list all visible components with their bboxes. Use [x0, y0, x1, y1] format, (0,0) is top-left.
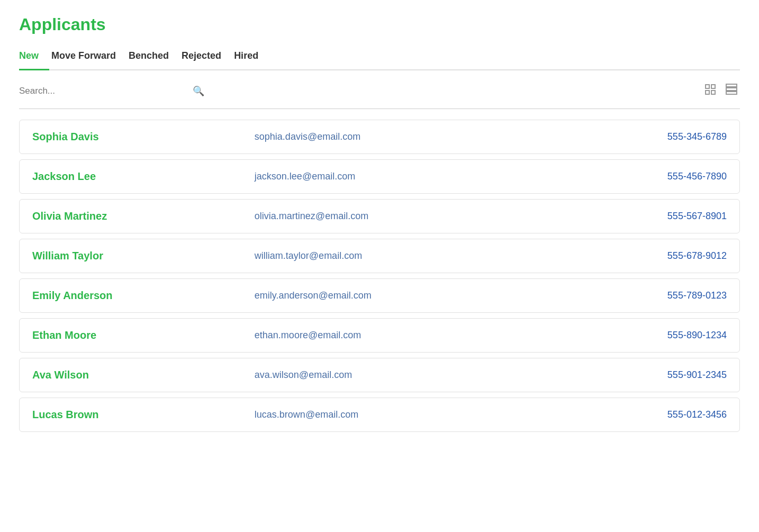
applicant-phone: 555-678-9012 — [518, 250, 727, 262]
svg-rect-4 — [726, 84, 737, 87]
tab-new[interactable]: New — [19, 45, 49, 70]
applicant-phone: 555-901-2345 — [518, 369, 727, 381]
tab-hired[interactable]: Hired — [232, 45, 269, 70]
tab-bar: New Move Forward Benched Rejected Hired — [19, 45, 740, 70]
main-container: Applicants New Move Forward Benched Reje… — [0, 0, 759, 532]
applicant-name: William Taylor — [32, 250, 255, 262]
applicant-row[interactable]: Olivia Martinezolivia.martinez@email.com… — [19, 199, 740, 233]
search-input[interactable] — [19, 86, 188, 96]
svg-rect-2 — [706, 91, 709, 94]
applicant-email: lucas.brown@email.com — [255, 409, 519, 420]
applicant-phone: 555-345-6789 — [518, 131, 727, 142]
applicant-list: Sophia Davissophia.davis@email.com555-34… — [19, 120, 740, 437]
list-view-icon[interactable] — [702, 82, 719, 100]
svg-rect-0 — [706, 85, 709, 88]
applicant-row[interactable]: Ava Wilsonava.wilson@email.com555-901-23… — [19, 358, 740, 392]
applicant-phone: 555-789-0123 — [518, 290, 727, 301]
grid-view-icon[interactable] — [723, 82, 740, 100]
svg-rect-5 — [726, 88, 737, 91]
applicant-name: Sophia Davis — [32, 131, 255, 143]
applicant-email: ethan.moore@email.com — [255, 330, 519, 341]
applicant-name: Ethan Moore — [32, 329, 255, 341]
search-icon: 🔍 — [193, 85, 204, 97]
applicant-row[interactable]: Emily Andersonemily.anderson@email.com55… — [19, 278, 740, 313]
applicant-phone: 555-456-7890 — [518, 171, 727, 182]
page-title: Applicants — [19, 15, 740, 34]
applicant-row[interactable]: Lucas Brownlucas.brown@email.com555-012-… — [19, 398, 740, 432]
applicant-row[interactable]: Sophia Davissophia.davis@email.com555-34… — [19, 120, 740, 154]
search-row: 🔍 — [19, 70, 740, 109]
tab-move-forward[interactable]: Move Forward — [49, 45, 126, 70]
applicant-email: ava.wilson@email.com — [255, 369, 519, 381]
applicant-name: Lucas Brown — [32, 409, 255, 421]
applicant-name: Olivia Martinez — [32, 210, 255, 222]
view-toggle — [702, 82, 740, 100]
tab-benched[interactable]: Benched — [126, 45, 179, 70]
applicant-row[interactable]: William Taylorwilliam.taylor@email.com55… — [19, 239, 740, 273]
svg-rect-3 — [711, 91, 715, 94]
applicant-phone: 555-012-3456 — [518, 409, 727, 420]
search-left: 🔍 — [19, 85, 204, 97]
applicant-row[interactable]: Jackson Leejackson.lee@email.com555-456-… — [19, 159, 740, 194]
tab-rejected[interactable]: Rejected — [179, 45, 232, 70]
applicant-phone: 555-567-8901 — [518, 211, 727, 222]
applicant-name: Jackson Lee — [32, 170, 255, 183]
applicant-email: sophia.davis@email.com — [255, 131, 519, 142]
applicant-email: william.taylor@email.com — [255, 250, 519, 262]
svg-rect-6 — [726, 92, 737, 94]
applicant-email: emily.anderson@email.com — [255, 290, 519, 301]
applicant-name: Ava Wilson — [32, 369, 255, 381]
applicant-name: Emily Anderson — [32, 290, 255, 302]
svg-rect-1 — [711, 85, 715, 88]
applicant-row[interactable]: Ethan Mooreethan.moore@email.com555-890-… — [19, 318, 740, 353]
applicant-email: olivia.martinez@email.com — [255, 211, 519, 222]
applicant-email: jackson.lee@email.com — [255, 171, 519, 182]
applicant-phone: 555-890-1234 — [518, 330, 727, 341]
